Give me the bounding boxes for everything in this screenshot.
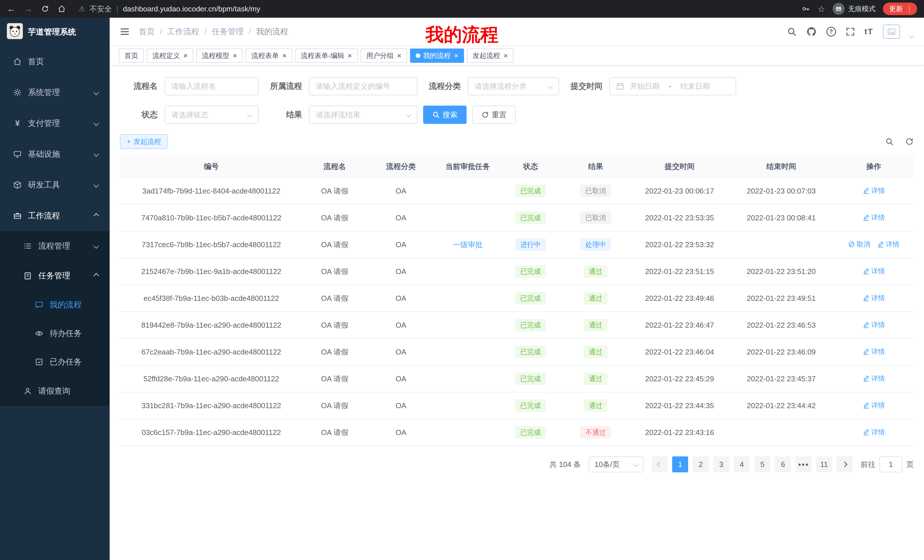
result-select[interactable]: 请选择流结果 xyxy=(309,106,417,124)
help-icon[interactable]: ? xyxy=(826,27,836,36)
avatar-caret-icon[interactable] xyxy=(909,33,915,39)
breadcrumb-item[interactable]: 首页 xyxy=(139,26,155,37)
column-header-name: 流程名 xyxy=(303,156,367,178)
cell-name: OA 请假 xyxy=(303,178,367,204)
sidebar-item-task-mgmt[interactable]: 任务管理 xyxy=(0,261,110,290)
sidebar-item-system[interactable]: 系统管理 xyxy=(0,77,110,108)
pager-more[interactable]: ●●● xyxy=(795,457,812,472)
tab[interactable]: 首页 xyxy=(119,48,144,63)
sidebar-item-done-tasks[interactable]: 已办任务 xyxy=(0,347,110,376)
bookmark-star-icon[interactable]: ☆ xyxy=(818,4,825,14)
breadcrumb-item[interactable]: 任务管理 xyxy=(212,26,244,37)
pager-page-6[interactable]: 6 xyxy=(775,457,791,472)
pager-page-4[interactable]: 4 xyxy=(734,457,750,472)
tab[interactable]: 用户分组 × xyxy=(361,48,407,63)
category-select[interactable]: 请选择流程分类 xyxy=(468,77,559,95)
navbar-search-icon[interactable] xyxy=(787,27,796,36)
detail-action[interactable]: 详情 xyxy=(862,401,885,410)
pager-page-1[interactable]: 1 xyxy=(672,457,688,472)
forward-icon[interactable]: → xyxy=(24,4,33,14)
cell-category: OA xyxy=(367,365,435,392)
process-name-input[interactable] xyxy=(171,82,252,91)
cell-end-time: 2022-01-23 00:07:03 xyxy=(729,178,834,204)
tab-close-icon[interactable]: × xyxy=(183,52,188,59)
pager-prev[interactable] xyxy=(652,457,668,472)
date-range-picker[interactable]: 开始日期 - 结束日期 xyxy=(609,77,736,95)
detail-action[interactable]: 详情 xyxy=(862,347,885,356)
sidebar-item-leave-query[interactable]: 请假查询 xyxy=(0,376,110,406)
tab[interactable]: 流程表单 × xyxy=(246,48,292,63)
tab-close-icon[interactable]: × xyxy=(348,52,352,59)
tab-close-icon[interactable]: × xyxy=(454,52,458,59)
breadcrumb-separator: / xyxy=(160,27,162,36)
back-icon[interactable]: ← xyxy=(7,4,15,14)
sidebar-item-workflow[interactable]: 工作流程 xyxy=(0,201,110,231)
goto-page-input[interactable] xyxy=(879,457,902,472)
detail-action[interactable]: 详情 xyxy=(877,240,900,249)
pager-page-11[interactable]: 11 xyxy=(816,457,832,472)
tab[interactable]: 我的流程 × xyxy=(410,48,464,63)
detail-action[interactable]: 详情 xyxy=(862,267,885,276)
detail-action[interactable]: 详情 xyxy=(862,293,885,302)
incognito-badge[interactable]: 无痕模式 xyxy=(832,3,876,15)
owner-process-input[interactable] xyxy=(316,82,411,91)
update-button[interactable]: 更新 ⋮ xyxy=(883,3,917,15)
sidebar-item-process-mgmt[interactable]: 流程管理 xyxy=(0,231,110,261)
tab-close-icon[interactable]: × xyxy=(397,52,402,59)
detail-action[interactable]: 详情 xyxy=(862,186,885,195)
detail-action[interactable]: 详情 xyxy=(862,320,885,329)
sidebar-item-home[interactable]: 首页 xyxy=(0,46,110,77)
detail-action[interactable]: 详情 xyxy=(862,213,885,222)
pager-page-3[interactable]: 3 xyxy=(713,457,729,472)
reload-icon[interactable] xyxy=(41,5,49,13)
pager-next[interactable] xyxy=(837,457,853,472)
password-key-icon[interactable] xyxy=(801,4,810,13)
goto-label: 前往 xyxy=(861,460,876,470)
user-avatar[interactable] xyxy=(883,24,900,39)
create-process-button[interactable]: + 发起流程 xyxy=(120,134,168,149)
sidebar-item-my-process[interactable]: 我的流程 xyxy=(0,290,110,319)
cell-id: 819442e8-7b9a-11ec-a290-acde48001122 xyxy=(120,312,303,338)
cell-category: OA xyxy=(367,258,435,285)
tab[interactable]: 流程定义 × xyxy=(147,48,193,63)
sidebar-item-devtools[interactable]: 研发工具 xyxy=(0,169,110,201)
sidebar-collapse-icon[interactable] xyxy=(120,27,130,36)
browser-home-icon[interactable] xyxy=(58,5,66,13)
tab-label: 用户分组 xyxy=(366,51,394,60)
address-bar[interactable]: ⚠ 不安全 | dashboard.yudao.iocoder.cn/bpm/t… xyxy=(79,4,793,14)
tab-close-icon[interactable]: × xyxy=(233,52,237,59)
app-logo-image xyxy=(7,23,23,41)
reset-button[interactable]: 重置 xyxy=(472,106,516,124)
sidebar-item-infra[interactable]: 基础设施 xyxy=(0,139,110,169)
tab-label: 流程表单-编辑 xyxy=(301,51,344,60)
font-size-icon[interactable]: tT xyxy=(865,27,873,36)
cell-end-time: 2022-01-22 23:46:09 xyxy=(729,338,834,365)
github-icon[interactable] xyxy=(806,27,817,37)
app-logo[interactable]: 芋道管理系统 xyxy=(0,18,110,46)
tab[interactable]: 发起流程 × xyxy=(467,48,513,63)
sidebar-item-payment[interactable]: ¥ 支付管理 xyxy=(0,108,110,139)
task-link[interactable]: 一级审批 xyxy=(453,240,483,249)
toolbar-search-icon[interactable] xyxy=(885,137,894,146)
search-button[interactable]: 搜索 xyxy=(423,106,466,124)
tab-label: 我的流程 xyxy=(423,51,451,60)
pager-page-5[interactable]: 5 xyxy=(754,457,770,472)
tab[interactable]: 流程表单-编辑 × xyxy=(295,48,358,63)
pager-page-2[interactable]: 2 xyxy=(693,457,709,472)
cell-result: 通过 xyxy=(561,312,630,338)
sidebar-item-todo-tasks[interactable]: 待办任务 xyxy=(0,319,110,347)
tab[interactable]: 流程模型 × xyxy=(196,48,243,63)
tab-close-icon[interactable]: × xyxy=(503,52,508,59)
status-select[interactable]: 请选择状态 xyxy=(165,106,259,124)
browser-menu-icon[interactable]: ⋮ xyxy=(906,4,913,13)
detail-action[interactable]: 详情 xyxy=(862,428,885,437)
toolbar-refresh-icon[interactable] xyxy=(905,137,914,146)
fullscreen-icon[interactable] xyxy=(846,27,855,36)
page-size-select[interactable]: 10条/页 xyxy=(589,457,644,472)
breadcrumb-item[interactable]: 工作流程 xyxy=(167,26,199,37)
tab-close-icon[interactable]: × xyxy=(282,52,286,59)
detail-action[interactable]: 详情 xyxy=(862,374,885,383)
cell-status: 进行中 xyxy=(500,231,561,258)
cell-current-task: 一级审批 xyxy=(435,231,500,258)
cancel-action[interactable]: 取消 xyxy=(848,240,870,249)
